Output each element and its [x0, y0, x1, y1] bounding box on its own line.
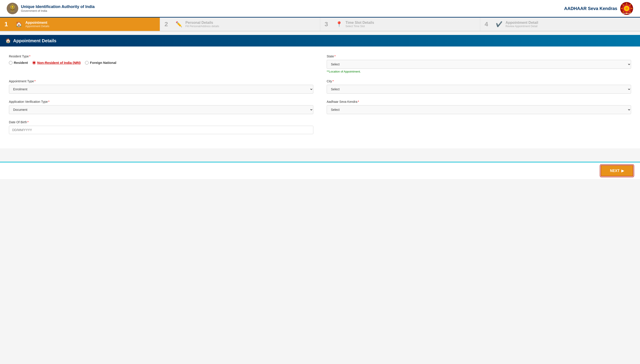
kendra-label: Aadhaar Seva Kendra* — [327, 100, 631, 104]
section-icon: 🏠 — [5, 38, 11, 44]
appointment-type-select[interactable]: Enrolment Update — [9, 85, 313, 94]
header-title: Unique Identification Authority of India… — [21, 4, 94, 12]
svg-point-2 — [12, 6, 13, 8]
header: सत्यमेव जयते Unique Identification Autho… — [0, 0, 640, 18]
step-3-sub: Select Time Slot — [346, 25, 374, 28]
step-3-main: Time Slot Details — [346, 21, 374, 25]
radio-nri[interactable]: Non-Resident of India (NRI) — [32, 61, 80, 64]
step-4[interactable]: 4 ✔️ Appointment Detail Review Appointme… — [480, 18, 640, 31]
step-2-main: Personal Details — [185, 21, 219, 25]
step-4-labels: Appointment Detail Review Appointment De… — [506, 21, 538, 28]
state-label: State* — [327, 54, 631, 58]
radio-foreign-label: Foreign National — [90, 61, 116, 64]
state-select[interactable]: Select — [327, 60, 631, 69]
city-group: City* Select — [327, 80, 631, 94]
org-sub: Government of India — [21, 9, 94, 12]
dob-label: Date Of Birth* — [9, 120, 313, 124]
step-4-sub: Review Appointment Detail — [506, 25, 538, 28]
step-3[interactable]: 3 📍 Time Slot Details Select Time Slot — [320, 18, 480, 31]
dob-group: Date Of Birth* — [9, 120, 313, 134]
radio-foreign[interactable]: Foreign National — [85, 61, 116, 64]
svg-point-21 — [625, 7, 628, 10]
appointment-type-group: Appointment Type* Enrolment Update — [9, 80, 313, 94]
location-note: **Location of Appointment. — [327, 70, 631, 73]
radio-foreign-input[interactable] — [85, 61, 88, 64]
next-button[interactable]: NEXT ▶ — [600, 165, 633, 176]
emblem-logo: सत्यमेव जयते — [7, 3, 18, 14]
kendra-select[interactable]: Select — [327, 105, 631, 114]
section-title: Appointment Details — [13, 38, 56, 44]
step-3-labels: Time Slot Details Select Time Slot — [346, 21, 374, 28]
radio-resident-label: Resident — [14, 61, 28, 64]
step-2-icon: ✏️ — [176, 21, 182, 27]
step-1-number: 1 — [4, 21, 12, 28]
radio-group: Resident Non-Resident of India (NRI) For… — [9, 60, 313, 64]
header-right: AADHAAR Seva Kendras — [564, 2, 633, 15]
svg-text:AADHAAR: AADHAAR — [623, 13, 630, 14]
svg-rect-10 — [12, 10, 13, 10]
step-2-labels: Personal Details Fill Personal/Address d… — [185, 21, 219, 28]
radio-nri-label: Non-Resident of India (NRI) — [37, 61, 80, 64]
org-name: Unique Identification Authority of India — [21, 4, 94, 9]
appointment-type-label: Appointment Type* — [9, 80, 313, 83]
kendra-group: Aadhaar Seva Kendra* Select — [327, 100, 631, 114]
state-group: State* Select **Location of Appointment. — [327, 54, 631, 73]
steps-bar: 1 🏠 Appointment Appointment Details 2 ✏️… — [0, 18, 640, 31]
city-label: City* — [327, 80, 631, 83]
step-4-number: 4 — [485, 21, 493, 28]
step-1-sub: Appointment Details — [25, 25, 49, 28]
radio-resident-input[interactable] — [9, 61, 12, 64]
step-2-number: 2 — [164, 21, 172, 28]
step-1[interactable]: 1 🏠 Appointment Appointment Details — [0, 18, 160, 31]
next-icon: ▶ — [621, 169, 624, 173]
step-3-number: 3 — [325, 21, 333, 28]
header-left: सत्यमेव जयते Unique Identification Autho… — [7, 3, 94, 14]
service-name: AADHAAR Seva Kendras — [564, 6, 617, 11]
next-label: NEXT — [610, 169, 620, 173]
aadhaar-logo: AADHAAR — [620, 2, 633, 15]
step-1-main: Appointment — [25, 21, 49, 25]
verification-type-group: Application Verification Type* Document … — [9, 100, 313, 114]
verification-type-select[interactable]: Document Biometric — [9, 105, 313, 114]
step-2-sub: Fill Personal/Address details — [185, 25, 219, 28]
form-area: Resident Type* Resident Non-Resident of … — [0, 46, 640, 148]
footer-bar: NEXT ▶ — [0, 162, 640, 179]
dob-input[interactable] — [9, 126, 313, 134]
resident-type-label: Resident Type* — [9, 54, 313, 58]
step-4-icon: ✔️ — [496, 21, 502, 27]
resident-type-group: Resident Type* Resident Non-Resident of … — [9, 54, 313, 64]
city-select[interactable]: Select — [327, 85, 631, 94]
step-1-labels: Appointment Appointment Details — [25, 21, 49, 28]
step-2[interactable]: 2 ✏️ Personal Details Fill Personal/Addr… — [160, 18, 320, 31]
radio-resident[interactable]: Resident — [9, 61, 28, 64]
step-3-icon: 📍 — [336, 21, 342, 27]
svg-text:सत्यमेव जयते: सत्यमेव जयते — [10, 11, 15, 12]
section-header: 🏠 Appointment Details — [0, 35, 640, 46]
radio-nri-input[interactable] — [32, 61, 36, 64]
step-4-main: Appointment Detail — [506, 21, 538, 25]
step-1-icon: 🏠 — [16, 21, 22, 27]
verification-type-label: Application Verification Type* — [9, 100, 313, 104]
